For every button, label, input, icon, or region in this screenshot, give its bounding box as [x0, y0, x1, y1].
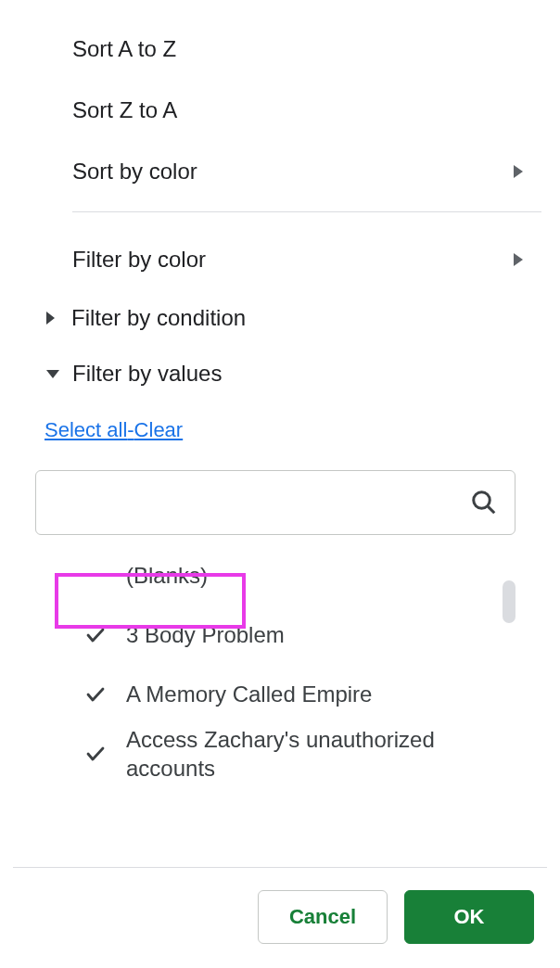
footer: Cancel OK — [0, 868, 560, 968]
value-item[interactable]: 3 Body Problem — [45, 605, 515, 665]
filter-color-section: Filter by color — [0, 229, 560, 290]
filter-by-color-label: Filter by color — [72, 247, 206, 273]
search-icon — [470, 489, 498, 516]
caret-down-icon — [46, 370, 59, 378]
filter-by-values[interactable]: Filter by values — [0, 346, 560, 401]
chevron-right-icon — [514, 165, 523, 178]
cancel-button-label: Cancel — [289, 905, 356, 929]
sort-a-to-z-label: Sort A to Z — [72, 36, 176, 62]
sort-section: Sort A to Z Sort Z to A Sort by color — [0, 19, 560, 202]
svg-line-1 — [488, 506, 494, 513]
value-item[interactable]: Access Zachary's unauthorized accounts — [45, 724, 515, 783]
value-label: A Memory Called Empire — [126, 680, 515, 708]
ok-button-label: OK — [454, 905, 485, 929]
check-icon — [82, 624, 109, 646]
search-box[interactable] — [35, 470, 515, 535]
search-container — [35, 470, 515, 535]
value-item-blanks[interactable]: (Blanks) — [45, 546, 515, 605]
value-label: Access Zachary's unauthorized accounts — [126, 725, 515, 783]
link-separator: - — [127, 418, 134, 441]
caret-right-icon — [46, 312, 55, 325]
value-label: (Blanks) — [126, 561, 515, 590]
search-input[interactable] — [49, 471, 470, 534]
values-list[interactable]: (Blanks) 3 Body Problem A Memory Called … — [45, 546, 515, 796]
clear-link[interactable]: Clear — [134, 418, 184, 441]
value-label: 3 Body Problem — [126, 620, 515, 649]
sort-by-color[interactable]: Sort by color — [72, 141, 541, 202]
value-item[interactable]: A Memory Called Empire — [45, 665, 515, 724]
filter-by-condition-label: Filter by condition — [71, 305, 246, 331]
check-icon — [82, 743, 109, 765]
spacer — [0, 796, 560, 867]
section-divider — [72, 211, 541, 212]
filter-by-color[interactable]: Filter by color — [72, 229, 541, 290]
scrollbar-thumb[interactable] — [503, 580, 515, 623]
select-clear-row: Select all-Clear — [0, 401, 560, 442]
sort-by-color-label: Sort by color — [72, 159, 197, 185]
filter-by-values-label: Filter by values — [72, 361, 222, 387]
svg-point-0 — [474, 492, 490, 509]
select-all-link[interactable]: Select all — [45, 418, 127, 441]
chevron-right-icon — [514, 253, 523, 266]
ok-button[interactable]: OK — [404, 890, 534, 944]
filter-panel: Sort A to Z Sort Z to A Sort by color Fi… — [0, 0, 560, 968]
sort-z-to-a[interactable]: Sort Z to A — [72, 80, 541, 141]
filter-by-condition[interactable]: Filter by condition — [0, 290, 560, 346]
sort-a-to-z[interactable]: Sort A to Z — [72, 19, 541, 80]
cancel-button[interactable]: Cancel — [258, 890, 388, 944]
sort-z-to-a-label: Sort Z to A — [72, 97, 177, 123]
check-icon — [82, 683, 109, 706]
